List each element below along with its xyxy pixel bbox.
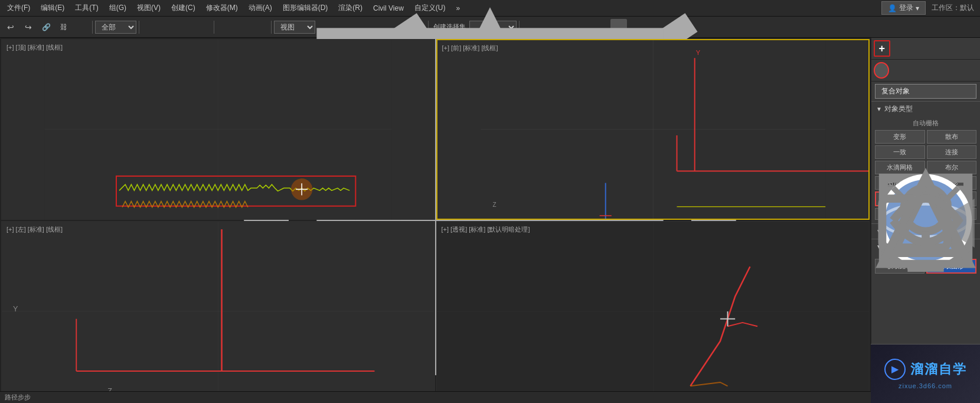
viewport-left[interactable]: [+] [左] [标准] [线框] Y Z [1, 221, 435, 402]
right-panel: + [871, 38, 980, 403]
svg-text:Y: Y [695, 49, 700, 56]
statusbar-text: 路径步步 [5, 393, 31, 402]
logo-watermark: ▶ 溜溜自学 zixue.3d66.com [871, 344, 980, 403]
viewport-front-label: [+] [前] [标准] [线框] [442, 44, 498, 53]
viewport-perspective[interactable]: [+] [透视] [标准] [默认明暗处理] [436, 221, 870, 402]
logo-top: ▶ 溜溜自学 [884, 359, 967, 380]
logo-icon: ▶ [884, 359, 906, 380]
logo-sub-text: zixue.3d66.com [899, 382, 952, 389]
viewport-persp-label: [+] [透视] [标准] [默认明暗处理] [442, 225, 530, 234]
viewport-front[interactable]: [+] [前] [标准] [线框] Y [436, 39, 870, 220]
svg-text:Z: Z [492, 202, 496, 208]
panel-icon-row2 [871, 60, 980, 82]
full-screen-button[interactable] [610, 19, 627, 35]
toolbar: ↩ ↪ 🔗 ⛓ 全部 视图 [0, 17, 980, 38]
viewport-top[interactable]: [+] [顶] [标准] [线框] [1, 39, 435, 220]
viewport-left-label: [+] [左] [标准] [线框] [6, 225, 63, 234]
statusbar: 路径步步 [0, 391, 871, 403]
svg-text:Y: Y [13, 305, 18, 313]
play-icon: ▶ [891, 363, 899, 375]
spacewarp-type-button[interactable] [962, 62, 978, 79]
logo-main-text: 溜溜自学 [910, 360, 967, 378]
viewport-top-label: [+] [顶] [标准] [线框] [6, 43, 63, 52]
